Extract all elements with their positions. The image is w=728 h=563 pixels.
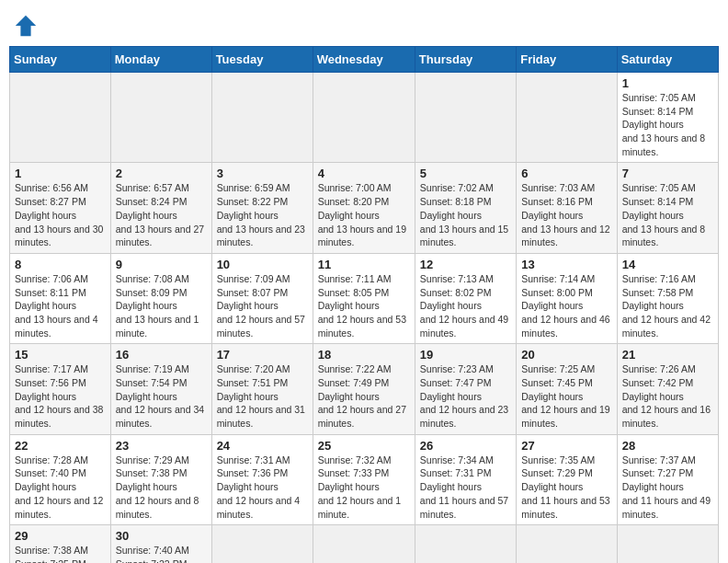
calendar-cell: 1 Sunrise: 7:05 AMSunset: 8:14 PMDayligh… — [617, 73, 718, 163]
day-info: Sunrise: 7:32 AMSunset: 7:33 PMDaylight … — [318, 454, 410, 521]
calendar-cell — [211, 73, 313, 163]
day-info: Sunrise: 7:23 AMSunset: 7:47 PMDaylight … — [420, 362, 511, 430]
day-info: Sunrise: 7:08 AMSunset: 8:09 PMDaylight … — [116, 272, 207, 339]
day-number: 22 — [15, 439, 106, 453]
day-info: Sunrise: 6:59 AMSunset: 8:22 PMDaylight … — [217, 181, 308, 248]
calendar-cell: 1 Sunrise: 6:56 AMSunset: 8:27 PMDayligh… — [10, 163, 111, 253]
day-info: Sunrise: 7:31 AMSunset: 7:36 PMDaylight … — [217, 454, 308, 521]
calendar-cell — [110, 73, 211, 163]
day-info: Sunrise: 6:57 AMSunset: 8:24 PMDaylight … — [116, 181, 207, 248]
calendar-cell: 22 Sunrise: 7:28 AMSunset: 7:40 PMDaylig… — [10, 434, 111, 524]
day-number: 30 — [116, 529, 207, 543]
day-number: 1 — [15, 167, 106, 180]
calendar-cell: 29 Sunrise: 7:38 AMSunset: 7:25 PMDaylig… — [10, 525, 111, 563]
day-number: 19 — [420, 348, 511, 362]
calendar-header-row: SundayMondayTuesdayWednesdayThursdayFrid… — [10, 47, 719, 73]
calendar-cell: 27 Sunrise: 7:35 AMSunset: 7:29 PMDaylig… — [517, 434, 617, 524]
day-info: Sunrise: 7:05 AMSunset: 8:14 PMDaylight … — [622, 91, 713, 158]
day-number: 28 — [622, 439, 713, 453]
day-number: 1 — [622, 76, 713, 90]
weekday-header: Tuesday — [211, 47, 313, 73]
calendar-week-row: 22 Sunrise: 7:28 AMSunset: 7:40 PMDaylig… — [10, 434, 719, 524]
calendar-cell: 16 Sunrise: 7:19 AMSunset: 7:54 PMDaylig… — [110, 344, 211, 434]
day-number: 10 — [217, 258, 308, 271]
calendar-cell: 9 Sunrise: 7:08 AMSunset: 8:09 PMDayligh… — [110, 253, 211, 343]
day-info: Sunrise: 7:06 AMSunset: 8:11 PMDaylight … — [15, 272, 106, 339]
calendar-cell — [313, 73, 415, 163]
page-header — [9, 9, 719, 39]
day-info: Sunrise: 7:02 AMSunset: 8:18 PMDaylight … — [420, 181, 511, 248]
day-info: Sunrise: 6:56 AMSunset: 8:27 PMDaylight … — [15, 181, 106, 248]
calendar-cell: 3 Sunrise: 6:59 AMSunset: 8:22 PMDayligh… — [211, 163, 313, 253]
day-info: Sunrise: 7:14 AMSunset: 8:00 PMDaylight … — [521, 272, 611, 339]
calendar-week-row: 29 Sunrise: 7:38 AMSunset: 7:25 PMDaylig… — [10, 525, 719, 563]
svg-marker-0 — [16, 16, 36, 36]
calendar-cell: 17 Sunrise: 7:20 AMSunset: 7:51 PMDaylig… — [211, 344, 313, 434]
calendar-week-row: 1 Sunrise: 6:56 AMSunset: 8:27 PMDayligh… — [10, 163, 719, 253]
day-number: 26 — [420, 439, 511, 453]
weekday-header: Thursday — [415, 47, 516, 73]
calendar-cell: 18 Sunrise: 7:22 AMSunset: 7:49 PMDaylig… — [313, 344, 415, 434]
day-number: 23 — [116, 439, 207, 453]
calendar-cell: 24 Sunrise: 7:31 AMSunset: 7:36 PMDaylig… — [211, 434, 313, 524]
day-info: Sunrise: 7:20 AMSunset: 7:51 PMDaylight … — [217, 362, 308, 430]
calendar-cell — [10, 73, 111, 163]
weekday-header: Saturday — [617, 47, 718, 73]
day-info: Sunrise: 7:11 AMSunset: 8:05 PMDaylight … — [318, 272, 410, 339]
day-info: Sunrise: 7:13 AMSunset: 8:02 PMDaylight … — [420, 272, 511, 339]
calendar-cell: 10 Sunrise: 7:09 AMSunset: 8:07 PMDaylig… — [211, 253, 313, 343]
day-number: 6 — [521, 167, 611, 180]
day-number: 4 — [318, 167, 410, 180]
calendar-cell — [517, 525, 617, 563]
day-number: 29 — [15, 529, 106, 543]
day-number: 25 — [318, 439, 410, 453]
calendar-cell: 26 Sunrise: 7:34 AMSunset: 7:31 PMDaylig… — [415, 434, 516, 524]
day-number: 7 — [622, 167, 713, 180]
calendar-cell: 5 Sunrise: 7:02 AMSunset: 8:18 PMDayligh… — [415, 163, 516, 253]
weekday-header: Monday — [110, 47, 211, 73]
day-info: Sunrise: 7:09 AMSunset: 8:07 PMDaylight … — [217, 272, 308, 339]
day-number: 3 — [217, 167, 308, 180]
day-info: Sunrise: 7:29 AMSunset: 7:38 PMDaylight … — [116, 454, 207, 521]
calendar-cell — [211, 525, 313, 563]
day-info: Sunrise: 7:38 AMSunset: 7:25 PMDaylight … — [15, 544, 106, 563]
logo — [13, 13, 42, 39]
calendar-cell: 15 Sunrise: 7:17 AMSunset: 7:56 PMDaylig… — [10, 344, 111, 434]
day-info: Sunrise: 7:19 AMSunset: 7:54 PMDaylight … — [116, 362, 207, 430]
calendar-cell: 6 Sunrise: 7:03 AMSunset: 8:16 PMDayligh… — [517, 163, 617, 253]
calendar-cell: 28 Sunrise: 7:37 AMSunset: 7:27 PMDaylig… — [617, 434, 718, 524]
calendar-cell: 14 Sunrise: 7:16 AMSunset: 7:58 PMDaylig… — [617, 253, 718, 343]
day-number: 15 — [15, 348, 106, 362]
calendar-cell: 4 Sunrise: 7:00 AMSunset: 8:20 PMDayligh… — [313, 163, 415, 253]
day-info: Sunrise: 7:22 AMSunset: 7:49 PMDaylight … — [318, 362, 410, 430]
day-info: Sunrise: 7:28 AMSunset: 7:40 PMDaylight … — [15, 454, 106, 521]
day-info: Sunrise: 7:05 AMSunset: 8:14 PMDaylight … — [622, 181, 713, 248]
weekday-header: Wednesday — [313, 47, 415, 73]
day-number: 5 — [420, 167, 511, 180]
calendar-week-row: 1 Sunrise: 7:05 AMSunset: 8:14 PMDayligh… — [10, 73, 719, 163]
calendar-cell: 11 Sunrise: 7:11 AMSunset: 8:05 PMDaylig… — [313, 253, 415, 343]
day-info: Sunrise: 7:25 AMSunset: 7:45 PMDaylight … — [521, 362, 611, 430]
day-number: 20 — [521, 348, 611, 362]
day-number: 13 — [521, 258, 611, 271]
day-number: 24 — [217, 439, 308, 453]
calendar-cell: 20 Sunrise: 7:25 AMSunset: 7:45 PMDaylig… — [517, 344, 617, 434]
weekday-header: Sunday — [10, 47, 111, 73]
day-number: 17 — [217, 348, 308, 362]
day-info: Sunrise: 7:00 AMSunset: 8:20 PMDaylight … — [318, 181, 410, 248]
calendar-cell: 7 Sunrise: 7:05 AMSunset: 8:14 PMDayligh… — [617, 163, 718, 253]
day-info: Sunrise: 7:17 AMSunset: 7:56 PMDaylight … — [15, 362, 106, 430]
calendar-week-row: 8 Sunrise: 7:06 AMSunset: 8:11 PMDayligh… — [10, 253, 719, 343]
calendar-cell — [415, 73, 516, 163]
calendar-cell — [617, 525, 718, 563]
calendar-cell: 23 Sunrise: 7:29 AMSunset: 7:38 PMDaylig… — [110, 434, 211, 524]
day-number: 21 — [622, 348, 713, 362]
day-number: 2 — [116, 167, 207, 180]
calendar-cell: 25 Sunrise: 7:32 AMSunset: 7:33 PMDaylig… — [313, 434, 415, 524]
calendar-cell: 21 Sunrise: 7:26 AMSunset: 7:42 PMDaylig… — [617, 344, 718, 434]
day-number: 11 — [318, 258, 410, 271]
day-info: Sunrise: 7:16 AMSunset: 7:58 PMDaylight … — [622, 272, 713, 339]
day-number: 9 — [116, 258, 207, 271]
day-info: Sunrise: 7:34 AMSunset: 7:31 PMDaylight … — [420, 454, 511, 521]
calendar-cell: 8 Sunrise: 7:06 AMSunset: 8:11 PMDayligh… — [10, 253, 111, 343]
